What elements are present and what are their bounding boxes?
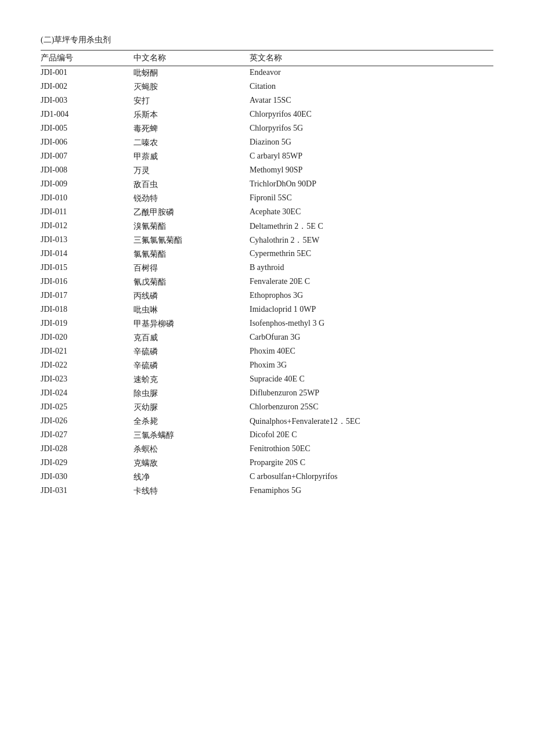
cell-2-2: Avatar 15SC — [250, 96, 493, 106]
cell-0-2: Endeavor — [250, 68, 493, 78]
cell-3-1: 乐斯本 — [134, 110, 250, 120]
cell-28-2: Propargite 20S C — [250, 458, 493, 469]
cell-8-2: TrichlorDhOn 90DP — [250, 179, 493, 190]
cell-12-0: JDI-013 — [41, 235, 134, 246]
cell-5-1: 二嗪农 — [134, 138, 250, 148]
col-header-cn: 中文名称 — [134, 53, 250, 63]
cell-25-2: Quinalphos+Fenvalerate12．5EC — [250, 416, 493, 427]
table-row: JDI-005毒死蜱Chlorpyrifos 5G — [41, 122, 493, 136]
table-row: JDI-014氯氰菊酯Cypermethrin 5EC — [41, 247, 493, 261]
cell-22-1: 速蚧克 — [134, 375, 250, 385]
cell-12-1: 三氟氯氰菊酯 — [134, 235, 250, 246]
cell-7-0: JDI-008 — [41, 165, 134, 176]
cell-18-0: JDI-019 — [41, 319, 134, 329]
cell-13-2: Cypermethrin 5EC — [250, 249, 493, 260]
table-row: JDI-015百树得B aythroid — [41, 261, 493, 275]
table-row: JDI-025灭幼脲Chlorbenzuron 25SC — [41, 401, 493, 415]
cell-3-2: Chlorpyrifos 40EC — [250, 110, 493, 120]
col-header-en: 英文名称 — [250, 53, 493, 63]
cell-4-2: Chlorpyrifos 5G — [250, 124, 493, 134]
table-row: JDI-018吡虫啉Imidacloprid 1 0WP — [41, 303, 493, 317]
cell-0-0: JDI-001 — [41, 68, 134, 78]
table-row: JDI-010锐劲特Fipronil 5SC — [41, 192, 493, 206]
cell-13-0: JDI-014 — [41, 249, 134, 260]
cell-18-2: Isofenphos-methyl 3 G — [250, 319, 493, 329]
cell-21-0: JDI-022 — [41, 361, 134, 371]
cell-6-1: 甲萘威 — [134, 152, 250, 162]
table-body: JDI-001吡蚜酮EndeavorJDI-002灭蝇胺CitationJDI-… — [41, 66, 493, 498]
cell-16-0: JDI-017 — [41, 291, 134, 301]
cell-5-2: Diazinon 5G — [250, 138, 493, 148]
table-row: JDI-028杀螟松Fenitrothion 50EC — [41, 442, 493, 456]
product-table: 产品编号 中文名称 英文名称 JDI-001吡蚜酮EndeavorJDI-002… — [41, 50, 493, 498]
cell-27-2: Fenitrothion 50EC — [250, 444, 493, 455]
cell-18-1: 甲基异柳磷 — [134, 319, 250, 329]
table-row: JDI-016氰戊菊酯Fenvalerate 20E C — [41, 275, 493, 289]
table-row: JDI-022辛硫磷Phoxim 3G — [41, 359, 493, 373]
table-row: JDI-031卡线特Fenamiphos 5G — [41, 484, 493, 498]
cell-1-0: JDI-002 — [41, 82, 134, 92]
table-row: JDI-030线净C arbosulfan+Chlorpyrifos — [41, 470, 493, 484]
cell-11-2: Deltamethrin 2．5E C — [250, 221, 493, 232]
cell-30-2: Fenamiphos 5G — [250, 486, 493, 496]
cell-14-0: JDI-015 — [41, 263, 134, 273]
cell-17-1: 吡虫啉 — [134, 305, 250, 315]
cell-0-1: 吡蚜酮 — [134, 68, 250, 78]
cell-11-1: 溴氰菊酯 — [134, 221, 250, 232]
cell-26-2: Dicofol 20E C — [250, 430, 493, 441]
cell-4-0: JDI-005 — [41, 124, 134, 134]
cell-19-1: 克百威 — [134, 333, 250, 343]
table-row: JDI-007甲萘威C arbaryl 85WP — [41, 150, 493, 164]
cell-20-2: Phoxim 40EC — [250, 347, 493, 357]
cell-7-2: Methomyl 90SP — [250, 165, 493, 176]
table-row: JDI-023速蚧克Supracide 40E C — [41, 373, 493, 387]
cell-1-2: Citation — [250, 82, 493, 92]
cell-19-0: JDI-020 — [41, 333, 134, 343]
cell-11-0: JDI-012 — [41, 221, 134, 232]
cell-30-0: JDI-031 — [41, 486, 134, 496]
cell-23-2: Diflubenzuron 25WP — [250, 388, 493, 399]
table-row: JDI-009敌百虫TrichlorDhOn 90DP — [41, 178, 493, 192]
table-row: JDI-029克螨敌Propargite 20S C — [41, 456, 493, 470]
cell-9-1: 锐劲特 — [134, 193, 250, 204]
cell-16-1: 丙线磷 — [134, 291, 250, 301]
cell-22-2: Supracide 40E C — [250, 375, 493, 385]
cell-24-1: 灭幼脲 — [134, 402, 250, 413]
cell-2-0: JDI-003 — [41, 96, 134, 106]
table-row: JDI-020克百威CarbOfuran 3G — [41, 331, 493, 345]
cell-21-2: Phoxim 3G — [250, 361, 493, 371]
cell-29-0: JDI-030 — [41, 472, 134, 483]
table-row: JDI-006二嗪农Diazinon 5G — [41, 136, 493, 150]
table-row: JDI-026全杀毙Quinalphos+Fenvalerate12．5EC — [41, 415, 493, 429]
cell-14-1: 百树得 — [134, 263, 250, 273]
cell-25-0: JDI-026 — [41, 416, 134, 427]
cell-10-2: Acephate 30EC — [250, 207, 493, 218]
cell-7-1: 万灵 — [134, 165, 250, 176]
cell-23-1: 除虫脲 — [134, 388, 250, 399]
table-row: JDI-011乙酰甲胺磷Acephate 30EC — [41, 206, 493, 219]
table-row: JDI-027三氯杀螨醇Dicofol 20E C — [41, 429, 493, 442]
cell-24-2: Chlorbenzuron 25SC — [250, 402, 493, 413]
cell-16-2: Ethoprophos 3G — [250, 291, 493, 301]
table-row: JDI-002灭蝇胺Citation — [41, 80, 493, 94]
cell-19-2: CarbOfuran 3G — [250, 333, 493, 343]
cell-8-0: JDI-009 — [41, 179, 134, 190]
cell-5-0: JDI-006 — [41, 138, 134, 148]
cell-27-0: JDI-028 — [41, 444, 134, 455]
cell-28-0: JDI-029 — [41, 458, 134, 469]
cell-15-1: 氰戊菊酯 — [134, 277, 250, 287]
cell-6-0: JDI-007 — [41, 152, 134, 162]
cell-27-1: 杀螟松 — [134, 444, 250, 455]
table-row: JDI-001吡蚜酮Endeavor — [41, 66, 493, 80]
cell-20-1: 辛硫磷 — [134, 347, 250, 357]
cell-6-2: C arbaryl 85WP — [250, 152, 493, 162]
cell-23-0: JDI-024 — [41, 388, 134, 399]
cell-24-0: JDI-025 — [41, 402, 134, 413]
cell-9-0: JDI-010 — [41, 193, 134, 204]
cell-17-0: JDI-018 — [41, 305, 134, 315]
table-row: JDI-021辛硫磷Phoxim 40EC — [41, 345, 493, 359]
cell-28-1: 克螨敌 — [134, 458, 250, 469]
table-row: JDI-003安打Avatar 15SC — [41, 94, 493, 108]
cell-15-2: Fenvalerate 20E C — [250, 277, 493, 287]
table-row: JDI-019甲基异柳磷Isofenphos-methyl 3 G — [41, 317, 493, 331]
